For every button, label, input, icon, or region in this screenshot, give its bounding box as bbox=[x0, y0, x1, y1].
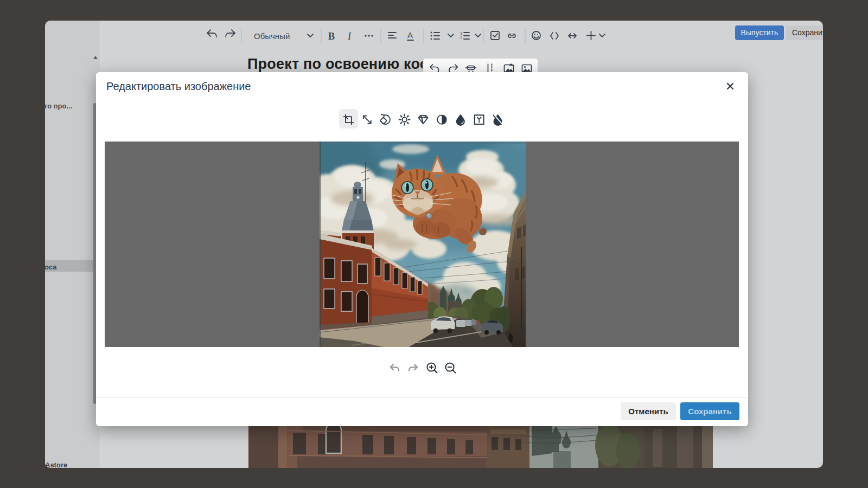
svg-text:A: A bbox=[407, 30, 413, 40]
svg-text:B: B bbox=[328, 31, 335, 42]
svg-text:Обычный: Обычный bbox=[254, 31, 290, 41]
svg-text:I: I bbox=[347, 31, 352, 42]
svg-text:2: 2 bbox=[460, 35, 462, 39]
svg-text:1: 1 bbox=[460, 31, 462, 35]
